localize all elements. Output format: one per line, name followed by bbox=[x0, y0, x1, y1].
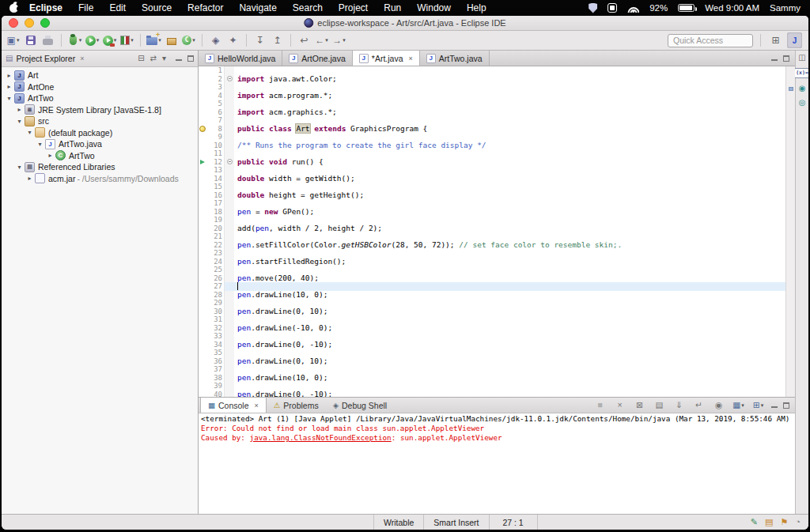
write-mode-icon[interactable]: ✎ bbox=[751, 518, 758, 526]
menu-file[interactable]: File bbox=[70, 2, 101, 13]
code-line-26[interactable]: 26pen.move(200, 40); bbox=[199, 274, 795, 283]
save-button[interactable] bbox=[23, 32, 38, 48]
new-class-button[interactable]: C▾ bbox=[181, 32, 196, 48]
link-with-editor-icon[interactable]: ⇄ bbox=[150, 55, 157, 62]
close-tab-icon[interactable]: × bbox=[408, 55, 412, 62]
code-line-4[interactable]: 4import acm.program.*; bbox=[199, 92, 795, 100]
open-type-button[interactable]: ◈ bbox=[208, 32, 223, 48]
tree-item-arttwo[interactable]: ▾JArtTwo bbox=[2, 92, 198, 104]
menu-source[interactable]: Source bbox=[134, 2, 180, 13]
menu-help[interactable]: Help bbox=[459, 2, 494, 13]
exception-link[interactable]: java.lang.ClassNotFoundException bbox=[250, 433, 392, 442]
shield-menu-icon[interactable] bbox=[589, 3, 597, 13]
coverage-button[interactable]: ▾ bbox=[119, 32, 134, 48]
console-tab-debug-shell[interactable]: ◈Debug Shell bbox=[326, 398, 395, 413]
terminate-button[interactable]: ■ bbox=[592, 398, 608, 413]
arrow-marker[interactable] bbox=[199, 158, 207, 167]
console-output[interactable]: <terminated> Art (1) [Java Applet] /Libr… bbox=[199, 413, 795, 514]
debug-button[interactable]: ▾ bbox=[67, 32, 82, 48]
menu-run[interactable]: Run bbox=[376, 2, 409, 13]
menubar-user[interactable]: Sammy bbox=[770, 3, 801, 13]
code-line-2[interactable]: 2import java.awt.Color; bbox=[199, 75, 795, 84]
collapse-arrow-icon[interactable]: ▾ bbox=[5, 95, 13, 102]
code-line-24[interactable]: 24pen.startFilledRegion(); bbox=[199, 258, 795, 266]
previous-annotation-button[interactable]: ↥ bbox=[270, 32, 285, 48]
watch-view-icon[interactable]: ◉ bbox=[799, 85, 806, 92]
editor-tab-helloworld-java[interactable]: JHelloWorld.java bbox=[199, 51, 282, 66]
wifi-icon[interactable] bbox=[627, 4, 639, 13]
inspect-view-icon[interactable]: ◎ bbox=[799, 99, 806, 107]
run-button[interactable]: ▾ bbox=[85, 32, 100, 48]
display-selected-console-button[interactable]: ▦▾ bbox=[731, 398, 746, 413]
search-button[interactable]: ✦ bbox=[225, 32, 240, 48]
code-line-14[interactable]: 14double width = getWidth(); bbox=[199, 175, 795, 183]
restore-views-icon[interactable]: ◫ bbox=[798, 54, 805, 62]
java-perspective-button[interactable]: J bbox=[787, 32, 802, 48]
open-perspective-button[interactable]: ⊞ bbox=[768, 32, 783, 48]
code-line-28[interactable]: 28pen.drawLine(10, 0); bbox=[199, 291, 795, 300]
menu-project[interactable]: Project bbox=[331, 2, 376, 13]
tree-item-src[interactable]: ▾src bbox=[2, 115, 198, 127]
close-window-button[interactable] bbox=[9, 18, 18, 28]
quickfix-bulb-icon[interactable] bbox=[199, 126, 206, 132]
console-tab-console[interactable]: ▦Console× bbox=[200, 398, 267, 413]
zoom-window-button[interactable] bbox=[40, 18, 50, 28]
new-java-project-button[interactable]: ▾ bbox=[146, 32, 161, 48]
next-annotation-button[interactable]: ↧ bbox=[252, 32, 267, 48]
tree-item-art[interactable]: ▸JArt bbox=[2, 70, 198, 81]
menu-refactor[interactable]: Refactor bbox=[180, 2, 231, 13]
code-line-8[interactable]: 8public class Art extends GraphicsProgra… bbox=[199, 125, 795, 134]
code-line-20[interactable]: 20add(pen, width / 2, height / 2); bbox=[199, 224, 795, 233]
print-button[interactable] bbox=[40, 32, 55, 48]
run-external-tools-button[interactable]: ▾ bbox=[102, 32, 117, 48]
expand-arrow-icon[interactable]: ▸ bbox=[46, 152, 55, 159]
expand-arrow-icon[interactable]: ▸ bbox=[15, 106, 24, 113]
tip-of-day-icon[interactable]: ▤ bbox=[765, 518, 773, 526]
code-line-12[interactable]: 12public void run() { bbox=[199, 158, 795, 167]
remove-all-launches-button[interactable]: ⊠ bbox=[632, 398, 647, 413]
scroll-lock-button[interactable]: ⇓ bbox=[672, 398, 687, 413]
menu-search[interactable]: Search bbox=[285, 2, 331, 13]
editor-tab-art-java[interactable]: J*Art.java× bbox=[353, 51, 420, 66]
menu-edit[interactable]: Edit bbox=[101, 2, 134, 13]
menu-navigate[interactable]: Navigate bbox=[231, 2, 284, 13]
close-view-icon[interactable]: × bbox=[80, 55, 84, 62]
new-wizard-button[interactable]: ▣▾ bbox=[6, 32, 21, 48]
tree-item-jre-system-library-javase-1-8[interactable]: ▸≣JRE System Library [JavaSE-1.8] bbox=[2, 104, 198, 116]
expressions-view-icon[interactable]: (x)= bbox=[794, 68, 808, 78]
code-line-36[interactable]: 36pen.drawLine(0, 10); bbox=[199, 357, 795, 366]
console-tab-problems[interactable]: ⚠Problems bbox=[267, 398, 326, 413]
code-editor[interactable]: 12import java.awt.Color;34import acm.pro… bbox=[199, 66, 795, 397]
minimize-view-icon[interactable] bbox=[176, 55, 182, 62]
collapse-arrow-icon[interactable]: ▾ bbox=[15, 118, 24, 125]
code-line-40[interactable]: 40pen.drawLine(0, -10); bbox=[199, 391, 795, 398]
tree-item-arttwo[interactable]: ▸CArtTwo bbox=[2, 150, 198, 162]
menu-window[interactable]: Window bbox=[409, 2, 459, 13]
open-console-button[interactable]: ⊞▾ bbox=[751, 398, 766, 413]
code-line-34[interactable]: 34pen.drawLine(0, -10); bbox=[199, 341, 795, 349]
tree-item-referenced-libraries[interactable]: ▾▤Referenced Libraries bbox=[2, 161, 198, 173]
window-titlebar[interactable]: eclipse-workspace - Art/src/Art.java - E… bbox=[2, 16, 808, 31]
minimize-window-button[interactable] bbox=[25, 18, 34, 28]
clear-console-button[interactable]: ▤ bbox=[652, 398, 667, 413]
overview-ruler[interactable] bbox=[785, 66, 795, 397]
code-line-16[interactable]: 16double height = getHeight(); bbox=[199, 191, 795, 200]
tree-item-default-package[interactable]: ▾(default package) bbox=[2, 127, 198, 139]
collapse-fold-icon[interactable] bbox=[227, 76, 233, 81]
expand-arrow-icon[interactable]: ▸ bbox=[5, 72, 13, 79]
forward-button[interactable]: →▾ bbox=[331, 32, 346, 48]
editor-tab-artone-java[interactable]: JArtOne.java bbox=[282, 51, 352, 66]
menubar-clock[interactable]: Wed 9:00 AM bbox=[705, 3, 759, 13]
code-line-22[interactable]: 22pen.setFillColor(Color.getHSBColor(28,… bbox=[199, 241, 795, 250]
tree-item-arttwo-java[interactable]: ▾JArtTwo.java bbox=[2, 138, 198, 150]
pin-console-button[interactable]: ◉ bbox=[711, 398, 726, 413]
collapse-arrow-icon[interactable]: ▾ bbox=[25, 129, 34, 136]
notification-icon[interactable]: ⚑ bbox=[780, 518, 788, 526]
code-line-30[interactable]: 30pen.drawLine(0, 10); bbox=[199, 308, 795, 316]
collapse-fold-icon[interactable] bbox=[227, 159, 233, 164]
tree-item-acm-jar[interactable]: ▸acm.jar - /Users/sammy/Downloads bbox=[2, 173, 198, 185]
editor-tab-arttwo-java[interactable]: JArtTwo.java bbox=[420, 51, 490, 66]
last-edit-location-button[interactable]: ↩ bbox=[297, 32, 312, 48]
expand-arrow-icon[interactable]: ▸ bbox=[25, 175, 34, 182]
minimize-editor-icon[interactable] bbox=[771, 55, 778, 62]
